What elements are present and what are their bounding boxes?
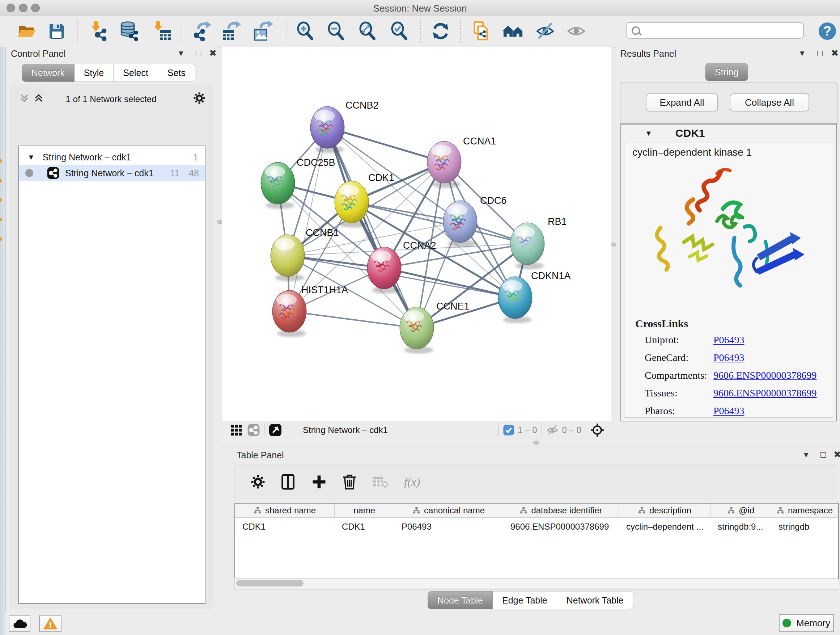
import-network-from-database-button[interactable] [118,21,140,42]
network-edge-CCNA2-CDKN1A[interactable] [384,268,515,298]
save-session-button[interactable] [46,21,67,42]
show-all-button[interactable] [566,21,587,42]
table-cell-shared-name[interactable]: CDK1 [242,522,265,532]
card-collapse-icon[interactable]: ▼ [645,129,652,138]
scrollbar-thumb[interactable] [236,580,303,586]
column-header-namespace[interactable]: namespace [771,504,838,517]
network-edge-HIST1H1A-CCNE1[interactable] [289,311,417,328]
results-panel-float-icon[interactable]: □ [817,48,823,58]
export-network-button[interactable] [192,21,213,42]
network-node-RB1[interactable]: RB1 [510,216,567,269]
tree-expand-icon[interactable]: ▼ [27,153,35,162]
clone-network-button[interactable] [470,21,491,42]
control-panel-float-icon[interactable]: □ [196,48,201,58]
control-panel: Control Panel ▾ □ ✖ NetworkStyleSelectSe… [6,47,217,611]
crosslink-value-link[interactable]: P06493 [714,352,745,363]
network-edge-CCNB2-CCNA1[interactable] [327,127,444,162]
network-canvas[interactable]: CCNB2CCNA1CDC25BCDK1CDC6RB1CCNB1CCNA2CDK… [222,47,611,421]
crosslink-value-link[interactable]: P06493 [714,405,745,417]
tab-style[interactable]: Style [74,64,114,82]
gene-description: cyclin–dependent kinase 1 [632,147,752,158]
expand-all-button[interactable]: Expand All [646,93,718,111]
titlebar: Session: New Session [0,0,840,16]
node-gloss [275,238,295,250]
network-options-gear-icon[interactable] [193,92,205,104]
tab-sets[interactable]: Sets [158,64,195,82]
node-label-CCNA1: CCNA1 [463,136,496,147]
tab-network-table[interactable]: Network Table [557,591,633,609]
control-panel-menu-icon[interactable]: ▾ [179,48,183,58]
warnings-button[interactable] [39,616,62,632]
show-columns-icon[interactable] [280,473,296,490]
network-node-CDKN1A[interactable]: CDKN1A [498,271,571,323]
first-neighbors-button[interactable] [503,21,524,42]
results-panel-close-icon[interactable]: ✖ [831,48,838,58]
zoom-fit-button[interactable] [357,21,378,42]
column-header-shared-name[interactable]: shared name [235,504,335,517]
open-session-button[interactable] [16,21,37,42]
network-row-selected[interactable]: String Network – cdk1 11 48 [19,165,205,181]
table-cell-canonical-name[interactable]: P06493 [401,522,431,532]
export-table-button[interactable] [221,21,242,42]
tab-edge-table[interactable]: Edge Table [493,591,557,609]
table-cell-database-identifier[interactable]: 9606.ENSP00000378699 [510,522,609,532]
table-cell-name[interactable]: CDK1 [342,522,365,532]
network-node-CCNB2[interactable]: CCNB2 [310,100,379,153]
delete-column-trash-icon[interactable] [342,473,357,490]
help-button[interactable]: ? [817,21,838,42]
network-graph: CCNB2CCNA1CDC25BCDK1CDC6RB1CCNB1CCNA2CDK… [222,47,611,421]
open-in-window-icon[interactable] [269,424,282,437]
column-header-description[interactable]: description [619,504,711,517]
column-header-name[interactable]: name [335,504,394,517]
zoom-in-button[interactable] [294,21,316,42]
birdseye-grid-icon[interactable] [230,424,242,436]
crosslink-value-link[interactable]: 9606.ENSP00000378699 [714,370,816,381]
tab-string[interactable]: String [705,63,748,81]
import-network-button[interactable] [88,21,109,42]
table-cell-@id[interactable]: stringdb:9... [718,522,763,532]
control-panel-close-icon[interactable]: ✖ [209,48,217,58]
navigator-crosshair-icon[interactable] [591,423,604,437]
crosslink-value-link[interactable]: 9606.ENSP00000378699 [714,387,816,399]
column-header-database-identifier[interactable]: database identifier [503,504,619,517]
cloud-button[interactable] [9,616,30,632]
zoom-out-button[interactable] [325,21,346,42]
add-column-icon[interactable] [311,474,327,489]
separator [264,424,264,437]
export-image-button[interactable] [252,21,273,42]
tab-network[interactable]: Network [22,64,74,82]
selected-checkbox-icon[interactable] [503,424,514,435]
tab-select[interactable]: Select [114,64,158,82]
network-edge-CCNB2-CCNE1[interactable] [327,127,417,328]
search-input[interactable] [644,25,803,36]
bottom-splitter-handle[interactable] [533,440,539,445]
string-badge-icon[interactable] [248,424,260,436]
table-cell-description[interactable]: cyclin–dependent ... [626,522,703,532]
apply-layout-button[interactable] [430,21,451,42]
network-node-CCNA2[interactable]: CCNA2 [367,240,436,294]
gene-card-header[interactable]: ▼ CDK1 [621,125,836,142]
network-edge-CCNB2-HIST1H1A[interactable] [289,127,327,311]
table-panel-close-icon[interactable]: ✖ [834,449,840,460]
table-cell-namespace[interactable]: stringdb [778,522,809,532]
network-node-CCNE1[interactable]: CCNE1 [400,301,470,354]
table-horizontal-scrollbar[interactable] [234,578,838,589]
table-settings-gear-icon[interactable] [251,475,265,489]
network-node-HIST1H1A[interactable]: HIST1H1A [272,285,348,337]
results-panel-menu-icon[interactable]: ▾ [800,48,805,58]
table-panel-float-icon[interactable]: □ [821,449,826,460]
network-node-CDC25B[interactable]: CDC25B [261,157,335,209]
hide-selected-button[interactable] [535,21,556,42]
network-node-CDC6[interactable]: CDC6 [443,195,507,247]
zoom-selected-button[interactable] [388,21,409,42]
network-collection-row[interactable]: ▼ String Network – cdk1 1 [19,149,205,165]
import-table-button[interactable] [151,21,172,42]
column-header-@id[interactable]: @id [711,504,771,517]
collapse-all-button[interactable]: Collapse All [729,93,809,111]
column-header-canonical-name[interactable]: canonical name [394,504,503,517]
memory-button[interactable]: Memory [779,614,834,632]
crosslink-value-link[interactable]: P06493 [714,334,745,346]
hidden-eye-icon[interactable] [546,424,559,436]
tab-node-table[interactable]: Node Table [428,591,493,609]
table-panel-menu-icon[interactable]: ▾ [804,449,808,460]
